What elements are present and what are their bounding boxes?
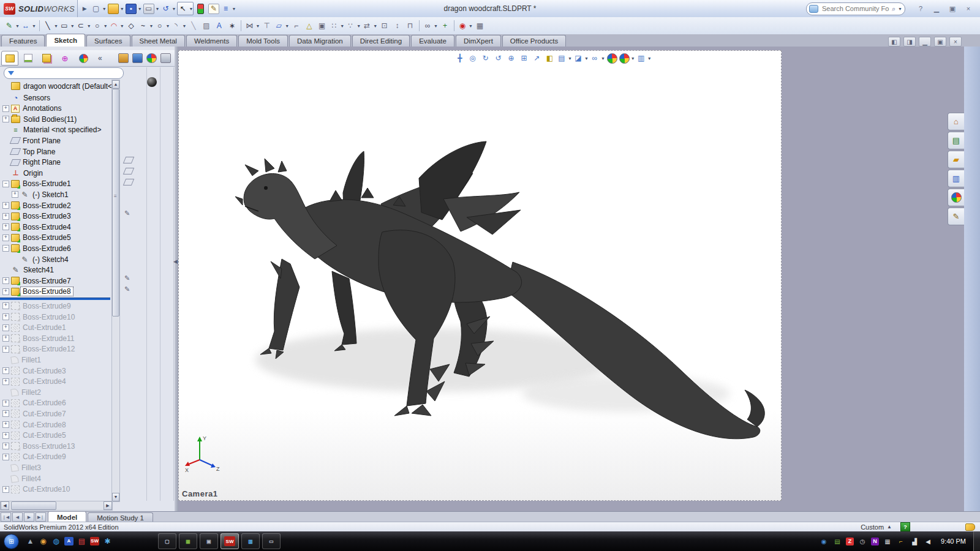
collapse-icon[interactable]: − <box>2 245 9 252</box>
volume-tray-icon[interactable]: ◀ <box>923 536 933 546</box>
select-icon[interactable]: ↖▼ <box>177 2 194 15</box>
show-desktop-button[interactable] <box>973 531 980 551</box>
clock-tray-icon[interactable]: ◷ <box>858 536 867 546</box>
dragon-model[interactable] <box>179 51 782 500</box>
hscroll-thumb[interactable] <box>11 501 56 510</box>
settings-app-icon[interactable]: ✱ <box>102 535 113 547</box>
mirror-entities-dropdown-icon[interactable]: ▼ <box>255 24 260 28</box>
spreadsheet-tray-icon[interactable]: ▤ <box>832 536 842 546</box>
solidworks-logo[interactable]: SW SOLIDWORKS <box>0 0 78 17</box>
selection-region-icon[interactable]: ▨ <box>200 20 212 32</box>
ellipse-dropdown-icon[interactable]: ▼ <box>166 24 170 28</box>
expand-icon[interactable]: + <box>2 288 9 295</box>
tree-item-solid-bodies-11[interactable]: +Solid Bodies(11) <box>0 114 111 124</box>
restore-document-icon[interactable]: ▣ <box>934 37 946 47</box>
archive-tray-icon[interactable]: Z <box>846 538 854 545</box>
search-input[interactable] <box>821 4 891 13</box>
print-icon[interactable]: ▭▼ <box>143 2 160 15</box>
tree-item-cut-extrude7[interactable]: +Cut-Extrude7 <box>0 408 111 419</box>
frame-nav-1-icon[interactable]: ◀ <box>12 512 23 522</box>
sketch-picture-icon[interactable]: ▦ <box>474 20 486 32</box>
tile-left-icon[interactable]: ◧ <box>888 37 900 47</box>
tree-item-fillet2[interactable]: Fillet2 <box>0 387 111 397</box>
sketch-icon[interactable]: ✎▼ <box>4 20 20 32</box>
tag-icon[interactable] <box>965 523 975 531</box>
sketch-display-icon[interactable]: ✎ <box>124 285 130 293</box>
move-entities-dropdown-icon[interactable]: ▼ <box>373 24 377 28</box>
circular-sketch-pattern-icon[interactable]: ∵▼ <box>345 20 361 32</box>
tree-item-cut-extrude10[interactable]: +Cut-Extrude10 <box>0 484 111 495</box>
tree-item-top-plane[interactable]: Top Plane <box>0 146 111 157</box>
scroll-left-icon[interactable]: ◀ <box>1 501 9 510</box>
graphics-viewport[interactable]: ╋◎↻↺⊕⊞↗◧▤▼◪▼∞▼▼▥▼ <box>178 50 782 501</box>
tree-item-front-plane[interactable]: Front Plane <box>0 135 111 146</box>
expand-icon[interactable]: + <box>2 213 9 220</box>
expand-icon[interactable]: + <box>2 302 9 309</box>
tree-item-fillet3[interactable]: Fillet3 <box>0 462 111 473</box>
straight-slot-dropdown-icon[interactable]: ▼ <box>87 24 91 28</box>
corner-rectangle-dropdown-icon[interactable]: ▼ <box>70 24 75 28</box>
tree-item-cut-extrude3[interactable]: +Cut-Extrude3 <box>0 365 111 376</box>
panel-tab-dimxpertmanager[interactable]: ⊕ <box>56 51 74 66</box>
convert-entities-icon[interactable]: ▣ <box>316 20 328 32</box>
search-icon[interactable]: ⌕ <box>892 5 895 13</box>
scroll-down-icon[interactable]: ▼ <box>112 493 119 501</box>
frame-nav-2-icon[interactable]: ▶ <box>24 512 34 522</box>
open-document-dropdown-icon[interactable]: ▼ <box>120 7 124 11</box>
expand-icon[interactable]: + <box>2 277 9 284</box>
scroll-thumb[interactable] <box>112 89 119 317</box>
tree-item-fillet4[interactable]: Fillet4 <box>0 473 111 484</box>
file-properties-icon[interactable]: ✎ <box>208 2 219 15</box>
rebuild-icon[interactable] <box>195 2 206 15</box>
tree-horizontal-scrollbar[interactable]: ◀ ▶ <box>0 501 113 511</box>
expand-icon[interactable]: + <box>2 324 9 331</box>
smart-dimension-dropdown-icon[interactable]: ▼ <box>32 24 36 28</box>
expand-icon[interactable]: + <box>2 443 9 449</box>
start-button[interactable]: ⊞ <box>4 534 19 549</box>
close-button[interactable]: × <box>962 4 975 13</box>
custom-properties-tab[interactable]: ✎ <box>948 208 964 225</box>
smart-dimension-icon[interactable]: ↔▼ <box>21 20 36 32</box>
appearance-column-icon[interactable] <box>146 53 157 63</box>
collapse-icon[interactable]: − <box>2 181 9 187</box>
user-accounts-icon[interactable]: ◉ <box>37 535 49 547</box>
sketch-fillet-icon[interactable]: ◝▼ <box>171 20 186 32</box>
keys-tray-icon[interactable]: ⌐ <box>896 536 906 546</box>
tree-item-boss-extrude12[interactable]: +Boss-Extrude12 <box>0 344 111 354</box>
sketch-dropdown-icon[interactable]: ▼ <box>15 24 20 28</box>
expand-icon[interactable]: + <box>2 346 9 353</box>
circular-sketch-pattern-dropdown-icon[interactable]: ▼ <box>356 24 361 28</box>
options-dropdown-icon[interactable]: ▼ <box>232 7 236 11</box>
document-app-icon[interactable]: ▤ <box>76 535 88 547</box>
tree-item-boss-extrude13[interactable]: +Boss-Extrude13 <box>0 441 111 451</box>
tree-item-sketch1[interactable]: +✎(-) Sketch1 <box>0 189 111 200</box>
tree-filter[interactable] <box>4 67 124 79</box>
solidworks-running-button[interactable]: SW <box>221 533 239 549</box>
tab-dimxpert[interactable]: DimXpert <box>456 35 501 47</box>
linear-sketch-pattern-dropdown-icon[interactable]: ▼ <box>340 24 344 28</box>
presentation-app-button[interactable]: ▭ <box>262 533 281 549</box>
panel-tab-displaymanager[interactable] <box>75 51 92 66</box>
new-document-icon[interactable]: ▢▼ <box>91 2 107 15</box>
tab-direct-editing[interactable]: Direct Editing <box>352 35 410 47</box>
tab-data-migration[interactable]: Data Migration <box>289 35 351 47</box>
new-document-dropdown-icon[interactable]: ▼ <box>102 7 107 11</box>
panel-tab-featuremanager-tree[interactable] <box>1 51 18 66</box>
splitter-collapse-icon[interactable]: ◀ <box>173 258 178 264</box>
open-document-icon[interactable]: ▼ <box>108 2 124 15</box>
tree-item-cut-extrude5[interactable]: +Cut-Extrude5 <box>0 430 111 441</box>
solidworks-launcher-icon[interactable]: SW <box>89 535 100 547</box>
corner-rectangle-icon[interactable]: ▭▼ <box>59 20 75 32</box>
expand-icon[interactable]: + <box>2 335 9 342</box>
spline-dropdown-icon[interactable]: ▼ <box>149 24 154 28</box>
sketch-chamfer-icon[interactable]: ╲ <box>187 20 199 32</box>
tab-sketch[interactable]: Sketch <box>46 34 85 47</box>
display-mode-column-icon[interactable] <box>132 53 143 63</box>
instant2d-icon[interactable]: ◉▼ <box>458 20 473 32</box>
spline-icon[interactable]: ~▼ <box>138 20 154 32</box>
tab-surfaces[interactable]: Surfaces <box>86 35 130 47</box>
tree-item-boss-extrude11[interactable]: +Boss-Extrude11 <box>0 333 111 343</box>
filter-input[interactable] <box>17 69 119 78</box>
line-icon[interactable]: ╲▼ <box>43 20 58 32</box>
tree-item-sketch4[interactable]: ✎(-) Sketch4 <box>0 254 111 264</box>
